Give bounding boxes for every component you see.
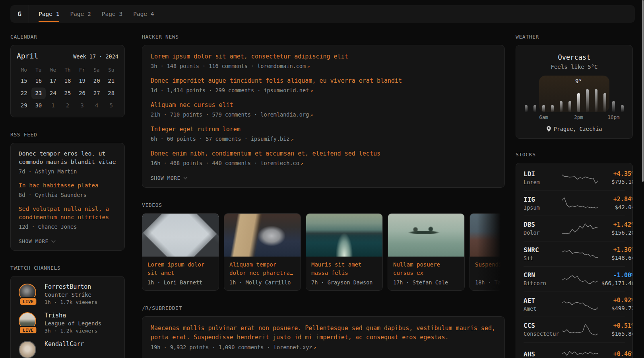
external-link-icon[interactable]: ↗ [291, 136, 294, 142]
stock-ticker: CRN [524, 271, 562, 279]
twitch-channel-name[interactable]: Trisha [45, 312, 101, 319]
calendar-day: 22 [17, 88, 31, 99]
weather-bar [603, 93, 606, 112]
tab-page-1[interactable]: Page 1 [39, 5, 59, 23]
rss-item-meta: 7d · Ashlyn Martin [19, 167, 116, 175]
calendar-day: 15 [17, 75, 31, 87]
rss-show-more-button[interactable]: SHOW MORE [19, 238, 55, 244]
stock-row[interactable]: IIGIpsum+2.84%$42.04 [524, 191, 625, 216]
tab-page-3[interactable]: Page 3 [102, 5, 122, 23]
stock-sparkline [562, 196, 598, 210]
calendar-day: 3 [75, 100, 89, 111]
external-link-icon[interactable]: ↗ [310, 112, 313, 118]
weather-time-label: 6am [539, 114, 548, 120]
rss-item: In hac habitasse platea 8d · Cynthia Sau… [19, 181, 116, 199]
stock-ticker: AET [524, 297, 562, 304]
weather-feels-like: Feels like 5°C [524, 64, 625, 70]
weather-bar [560, 101, 563, 112]
subreddit-post-meta: 19h · 9,932 points · 1,090 comments · lo… [151, 343, 496, 352]
stocks-list: LDILorem+4.35%$795.18IIGIpsum+2.84%$42.0… [516, 163, 633, 358]
stock-row[interactable]: CCSConsectetur+0.51%$165.84 [524, 317, 625, 342]
stock-row[interactable]: AETAmet+0.92%$499.72 [524, 292, 625, 317]
video-title[interactable]: Aliquam tempor dolor nec pharetra… [229, 261, 295, 277]
video-card[interactable]: Nullam posuere cursus ex 17h · Stefan Co… [388, 213, 465, 291]
video-thumbnail[interactable] [306, 214, 382, 257]
video-title[interactable]: Mauris sit amet massa felis [311, 261, 377, 277]
video-thumbnail[interactable] [142, 214, 219, 257]
page-tabs: Page 1 Page 2 Page 3 Page 4 [29, 5, 165, 23]
twitch-channel-row[interactable]: LIVE Trisha League of Legends 3h · 1.2k … [18, 311, 117, 334]
calendar-day: 29 [17, 100, 31, 111]
external-link-icon[interactable]: ↗ [313, 345, 316, 350]
weather-widget: WEATHER Overcast Feels like 5°C 9° 6am2p… [516, 34, 633, 139]
hn-item-title[interactable]: Aliquam nec cursus elit [151, 101, 496, 110]
stock-row[interactable]: LDILorem+4.35%$795.18 [524, 165, 625, 191]
stock-row[interactable]: DBSDolor+1.42%$156.28 [524, 216, 625, 241]
page-scrollbar[interactable] [642, 0, 644, 182]
hn-item-title[interactable]: Integer eget rutrum lorem [151, 125, 496, 134]
hn-item-title[interactable]: Lorem ipsum dolor sit amet, consectetur … [151, 52, 496, 61]
rss-item-title[interactable]: Donec tempor eros leo, ut commodo mauris… [19, 150, 116, 166]
twitch-channel-name[interactable]: ForrestBurton [45, 283, 97, 290]
calendar-day: 24 [46, 88, 60, 99]
weather-bar [542, 105, 545, 112]
twitch-channel-name[interactable]: KendallCarr [45, 340, 84, 348]
stock-change: +0.46% [598, 350, 633, 358]
video-card[interactable]: Mauris sit amet massa felis 7h · Grayson… [306, 213, 383, 291]
rss-item-title[interactable]: In hac habitasse platea [19, 181, 116, 190]
stock-price: $66,171.48 [598, 280, 633, 286]
calendar-day-selected: 23 [31, 88, 46, 99]
twitch-channel-row[interactable]: KendallCarr [18, 340, 117, 358]
weather-bar [525, 105, 528, 112]
calendar-weekday: Sa [89, 66, 104, 74]
external-link-icon[interactable]: ↗ [310, 88, 313, 93]
weather-time-label: 2pm [574, 114, 583, 120]
stock-change: +2.84% [598, 196, 633, 203]
calendar-section-title: CALENDAR [10, 34, 125, 40]
stock-name: Consectetur [524, 331, 562, 337]
stocks-widget: STOCKS LDILorem+4.35%$795.18IIGIpsum+2.8… [516, 152, 633, 358]
tab-page-4[interactable]: Page 4 [133, 5, 154, 23]
calendar-day: 25 [60, 88, 75, 99]
calendar-grid: MoTuWeThFrSaSu15161718192021222324252627… [17, 66, 118, 111]
hn-item-title[interactable]: Donec imperdiet augue tincidunt felis al… [151, 76, 496, 86]
stock-name: Sit [524, 255, 562, 261]
video-card[interactable]: Lorem ipsum dolor sit amet consectetu… 1… [142, 213, 219, 291]
video-title[interactable]: Lorem ipsum dolor sit amet consectetu… [147, 261, 213, 277]
calendar-week-year: Week 17 · 2024 [73, 53, 118, 60]
twitch-channel-game: Counter-Strike [45, 292, 97, 298]
tab-page-2[interactable]: Page 2 [70, 5, 91, 23]
video-meta: 1h · Molly Carrillo [229, 279, 295, 286]
video-card[interactable]: Aliquam tempor dolor nec pharetra… 1h · … [224, 213, 301, 291]
video-title[interactable]: Nullam posuere cursus ex [393, 261, 459, 277]
weather-bar [586, 89, 589, 112]
external-link-icon[interactable]: ↗ [307, 64, 310, 69]
hn-show-more-button[interactable]: SHOW MORE [151, 175, 187, 181]
twitch-channel-row[interactable]: LIVE ForrestBurton Counter-Strike 1h · 1… [18, 283, 117, 305]
stock-ticker: CCS [524, 322, 562, 329]
stock-row[interactable]: AHS+0.46% [524, 342, 625, 358]
video-thumbnail[interactable] [388, 214, 464, 257]
stock-price: $156.28 [598, 230, 633, 236]
external-link-icon[interactable]: ↗ [301, 161, 303, 166]
hn-item-title[interactable]: Donec enim nibh, condimentum et accumsan… [151, 149, 496, 158]
stock-row[interactable]: CRNBitcorn-1.00%$66,171.48 [524, 266, 625, 292]
rss-item-title[interactable]: Sed volutpat nulla nisl, a condimentum n… [19, 205, 116, 222]
calendar-weekday: Mo [17, 66, 31, 74]
video-thumbnail[interactable] [470, 214, 505, 257]
calendar-weekday: Fr [75, 66, 89, 74]
weather-bar [577, 93, 580, 112]
calendar-day: 4 [89, 100, 104, 111]
subreddit-post-title[interactable]: Maecenas mollis pulvinar erat non posuer… [151, 324, 496, 342]
video-card[interactable]: Suspendisse diam 18h · Tara [469, 213, 505, 291]
video-title[interactable]: Suspendisse diam [475, 261, 505, 277]
live-badge: LIVE [19, 297, 37, 306]
stock-row[interactable]: SNRCSit+1.36%$148.64 [524, 241, 625, 267]
weather-bar [612, 101, 615, 112]
weather-time-labels: 6am2pm10pm [525, 114, 624, 121]
hn-item-meta: 6h · 60 points · 57 comments · ipsumify.… [151, 135, 496, 143]
app-logo[interactable]: G [10, 5, 29, 23]
left-column: CALENDAR April Week 17 · 2024 MoTuWeThFr… [10, 34, 125, 358]
video-thumbnail[interactable] [224, 214, 301, 257]
calendar-day: 28 [104, 88, 118, 99]
